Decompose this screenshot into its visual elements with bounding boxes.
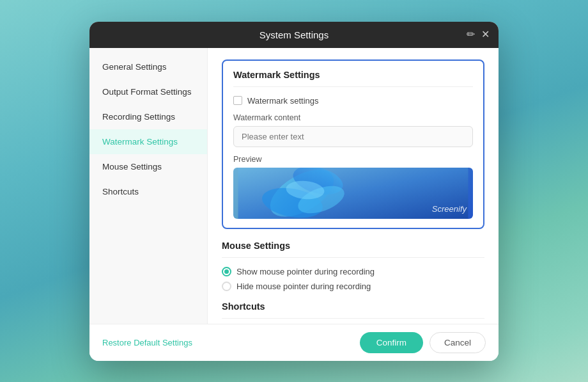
watermark-preview: Screenify bbox=[233, 168, 473, 219]
watermark-preview-label: Preview bbox=[233, 155, 473, 164]
sidebar: General Settings Output Format Settings … bbox=[89, 48, 208, 324]
watermark-checkbox-label: Watermark settings bbox=[247, 96, 319, 106]
mouse-divider bbox=[222, 257, 484, 258]
radio-row-hide: Hide mouse pointer during recording bbox=[222, 282, 484, 291]
sidebar-item-shortcuts[interactable]: Shortcuts bbox=[89, 179, 207, 204]
confirm-button[interactable]: Confirm bbox=[360, 332, 423, 353]
edit-icon[interactable]: ✏ bbox=[467, 29, 475, 40]
system-settings-dialog: System Settings ✏ ✕ General Settings Out… bbox=[89, 22, 499, 361]
watermark-checkbox-row: Watermark settings bbox=[233, 96, 473, 106]
shortcuts-section: Shortcuts Start/Stop recording bbox=[222, 301, 484, 324]
content-area: Watermark Settings Watermark settings Wa… bbox=[208, 48, 499, 324]
dialog-title: System Settings bbox=[102, 29, 486, 40]
radio-show-label: Show mouse pointer during recording bbox=[236, 267, 375, 276]
shortcuts-divider bbox=[222, 318, 484, 319]
preview-watermark-text: Screenify bbox=[432, 204, 467, 214]
mouse-section: Mouse Settings Show mouse pointer during… bbox=[222, 241, 484, 291]
cancel-button[interactable]: Cancel bbox=[429, 332, 486, 353]
header-icons: ✏ ✕ bbox=[467, 29, 490, 40]
close-icon[interactable]: ✕ bbox=[481, 29, 490, 40]
footer-buttons: Confirm Cancel bbox=[360, 332, 486, 353]
restore-defaults-link[interactable]: Restore Default Settings bbox=[102, 338, 192, 347]
watermark-checkbox[interactable] bbox=[233, 96, 242, 105]
sidebar-item-watermark[interactable]: Watermark Settings bbox=[89, 129, 207, 154]
sidebar-item-general[interactable]: General Settings bbox=[89, 54, 207, 79]
sidebar-item-output-format[interactable]: Output Format Settings bbox=[89, 79, 207, 104]
radio-hide-label: Hide mouse pointer during recording bbox=[236, 282, 371, 291]
radio-row-show: Show mouse pointer during recording bbox=[222, 267, 484, 276]
shortcuts-section-title: Shortcuts bbox=[222, 301, 484, 312]
watermark-section-title: Watermark Settings bbox=[233, 70, 473, 80]
watermark-divider bbox=[233, 86, 473, 87]
dialog-footer: Restore Default Settings Confirm Cancel bbox=[89, 324, 499, 361]
watermark-content-label: Watermark content bbox=[233, 113, 473, 122]
watermark-text-input[interactable] bbox=[233, 126, 473, 147]
radio-inner-dot bbox=[224, 269, 229, 274]
watermark-section: Watermark Settings Watermark settings Wa… bbox=[222, 60, 484, 229]
radio-show-mouse[interactable] bbox=[222, 267, 231, 276]
sidebar-item-mouse[interactable]: Mouse Settings bbox=[89, 154, 207, 179]
radio-hide-mouse[interactable] bbox=[222, 282, 231, 291]
dialog-body: General Settings Output Format Settings … bbox=[89, 48, 499, 324]
sidebar-item-recording[interactable]: Recording Settings bbox=[89, 104, 207, 129]
mouse-section-title: Mouse Settings bbox=[222, 241, 484, 251]
dialog-header: System Settings ✏ ✕ bbox=[89, 22, 499, 48]
